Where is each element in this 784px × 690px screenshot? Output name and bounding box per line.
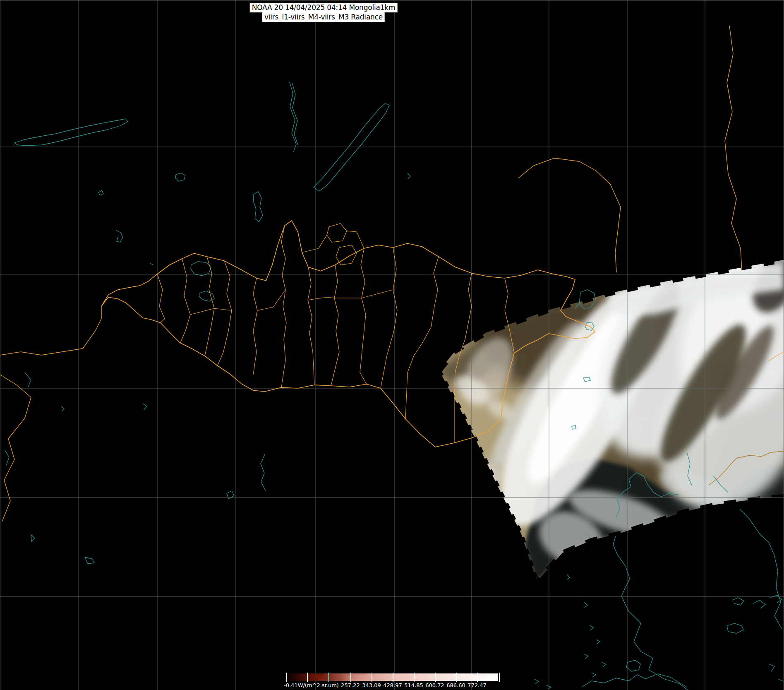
map-line <box>336 245 357 265</box>
map-line <box>584 654 588 659</box>
colorbar-tick <box>286 673 287 682</box>
colorbar-tick <box>435 673 436 682</box>
colorbar-tick-label: 257.22 <box>341 682 360 688</box>
map-line <box>292 83 298 145</box>
colorbar-tick <box>477 673 478 682</box>
map-shape <box>314 103 389 191</box>
map-line <box>602 662 606 667</box>
map-line <box>308 267 314 385</box>
map-line <box>116 230 123 242</box>
map-line <box>405 257 439 419</box>
colorbar-tick-label: 428.97 <box>383 682 402 688</box>
map-shape <box>14 119 128 146</box>
map-shape <box>175 173 185 181</box>
map-line <box>217 261 232 366</box>
product-title-line1: NOAA 20 14/04/2025 04:14 Mongolia1km <box>250 3 398 12</box>
colorbar-tick <box>499 673 500 682</box>
map-line <box>381 248 397 388</box>
map-line <box>150 263 153 265</box>
country-border <box>725 26 742 270</box>
map-shape <box>626 660 640 671</box>
map-line <box>281 226 286 387</box>
map-line <box>546 685 551 689</box>
product-title: NOAA 20 14/04/2025 04:14 Mongolia1km vii… <box>250 3 398 22</box>
map-line <box>290 82 296 152</box>
map-line <box>327 224 347 242</box>
colorbar-tick <box>456 673 457 682</box>
map-line <box>778 679 783 681</box>
map-shape <box>727 623 743 633</box>
map-line <box>5 450 9 465</box>
satellite-viewer: NOAA 20 14/04/2025 04:14 Mongolia1km vii… <box>0 0 784 690</box>
map-line <box>408 173 410 179</box>
map-line <box>769 664 774 671</box>
country-border <box>518 158 621 272</box>
map-line <box>740 509 782 629</box>
colorbar-tick-label: 686.60 <box>446 682 465 688</box>
colorbar-tick-label: 600.72 <box>425 682 444 688</box>
map-line <box>143 404 147 410</box>
colorbar-tick <box>393 673 393 682</box>
map-line <box>261 454 266 491</box>
map-line <box>61 406 64 411</box>
map-line <box>584 602 587 608</box>
map-line <box>590 625 593 630</box>
map-shape <box>98 190 103 195</box>
map-line <box>592 673 596 677</box>
map-line <box>534 679 539 684</box>
map-line <box>257 290 285 310</box>
map-line <box>567 575 570 579</box>
map-line <box>360 248 367 384</box>
map-shape <box>191 262 211 276</box>
colorbar-tick-label: 514.85 <box>404 682 423 688</box>
map-line <box>613 536 688 690</box>
map-shape <box>31 535 35 541</box>
map-line <box>180 259 190 344</box>
map-line <box>732 598 744 605</box>
colorbar-tick <box>372 673 372 682</box>
map-line <box>582 674 687 687</box>
colorbar-unit-label: -0.41W/(m^2.sr.um) <box>284 682 339 688</box>
colorbar-tick <box>350 673 351 682</box>
map-line <box>302 235 327 252</box>
map-shape <box>253 192 263 222</box>
map-line <box>253 278 257 375</box>
colorbar-tick <box>307 673 308 682</box>
map-line <box>753 600 765 608</box>
map-line <box>596 640 600 644</box>
colorbar-tick-teal <box>328 673 329 682</box>
colorbar-tick <box>414 673 415 682</box>
country-border <box>0 375 31 522</box>
map-line <box>190 308 232 315</box>
map-line <box>308 290 393 300</box>
colorbar-tick-label: 343.09 <box>362 682 381 688</box>
map-line <box>25 373 31 387</box>
swath-granule-image <box>410 206 784 592</box>
map-line <box>157 274 165 323</box>
satellite-map <box>0 0 784 690</box>
colorbar: -0.41W/(m^2.sr.um) 257.22343.09428.97514… <box>284 671 515 690</box>
map-line <box>331 265 339 386</box>
colorbar-tick-label: 772.47 <box>468 682 487 688</box>
country-border <box>0 306 101 355</box>
product-title-line2: viirs_l1-viirs_M4-viirs_M3 Radiance <box>262 12 385 22</box>
map-shape <box>85 557 94 564</box>
